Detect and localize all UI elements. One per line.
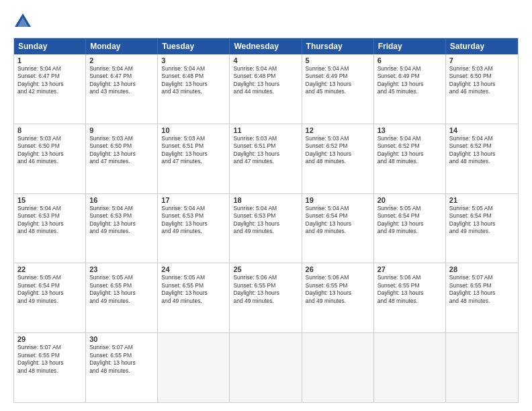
cell-info-line: Sunset: 6:49 PM — [306, 73, 370, 80]
cell-info-line: and 42 minutes. — [17, 88, 82, 95]
header-cell-friday: Friday — [374, 38, 446, 54]
cell-info-line: Sunset: 6:55 PM — [89, 352, 154, 359]
day-number: 27 — [378, 265, 442, 273]
calendar-cell — [374, 333, 446, 402]
cell-info-line: Sunrise: 5:05 AM — [17, 274, 82, 281]
cell-info-line: Daylight: 13 hours — [233, 150, 298, 158]
cell-info-line: Sunset: 6:53 PM — [161, 212, 226, 220]
calendar-cell: 13Sunrise: 5:04 AMSunset: 6:52 PMDayligh… — [374, 124, 446, 193]
cell-info-line: Daylight: 13 hours — [89, 359, 154, 367]
day-number: 8 — [17, 126, 82, 134]
cell-info-line: and 48 minutes. — [17, 228, 82, 235]
cell-info-line: Sunrise: 5:04 AM — [449, 135, 515, 142]
cell-info-line: Daylight: 13 hours — [17, 81, 82, 88]
cell-info-line: Sunrise: 5:06 AM — [378, 274, 442, 281]
calendar-cell: 23Sunrise: 5:05 AMSunset: 6:55 PMDayligh… — [86, 263, 158, 332]
cell-info-line: and 48 minutes. — [449, 158, 515, 165]
cell-info-line: and 49 minutes. — [17, 298, 82, 305]
calendar-cell: 15Sunrise: 5:04 AMSunset: 6:53 PMDayligh… — [14, 194, 86, 263]
calendar-cell: 7Sunrise: 5:03 AMSunset: 6:50 PMDaylight… — [446, 54, 518, 124]
cell-info-line: Daylight: 13 hours — [161, 220, 226, 228]
cell-info-line: Daylight: 13 hours — [17, 150, 82, 158]
cell-info-line: and 49 minutes. — [306, 298, 370, 305]
cell-info-line: and 48 minutes. — [378, 298, 442, 305]
cell-info-line: Sunrise: 5:06 AM — [306, 274, 370, 281]
day-number: 3 — [161, 56, 226, 64]
cell-info-line: Daylight: 13 hours — [378, 220, 442, 228]
cell-info-line: Sunrise: 5:05 AM — [161, 274, 226, 281]
cell-info-line: Daylight: 13 hours — [378, 289, 442, 297]
cell-info-line: Sunrise: 5:03 AM — [89, 135, 154, 142]
calendar-cell: 5Sunrise: 5:04 AMSunset: 6:49 PMDaylight… — [302, 54, 374, 124]
logo — [13, 12, 35, 31]
cell-info-line: and 46 minutes. — [17, 158, 82, 165]
calendar-cell: 20Sunrise: 5:05 AMSunset: 6:54 PMDayligh… — [374, 194, 446, 263]
day-number: 10 — [161, 126, 226, 134]
day-number: 23 — [89, 265, 154, 273]
cell-info-line: Daylight: 13 hours — [89, 81, 154, 88]
cell-info-line: Sunrise: 5:04 AM — [161, 65, 226, 73]
cell-info-line: and 49 minutes. — [233, 298, 298, 305]
cell-info-line: and 48 minutes. — [449, 298, 515, 305]
cell-info-line: and 43 minutes. — [161, 88, 226, 95]
cell-info-line: and 49 minutes. — [161, 228, 226, 235]
cell-info-line: and 49 minutes. — [449, 228, 515, 235]
cell-info-line: Sunset: 6:48 PM — [161, 73, 226, 80]
cell-info-line: Sunset: 6:55 PM — [161, 282, 226, 289]
cell-info-line: Sunset: 6:47 PM — [89, 73, 154, 80]
header-cell-tuesday: Tuesday — [158, 38, 230, 54]
cell-info-line: Sunrise: 5:03 AM — [449, 65, 515, 73]
cell-info-line: Sunset: 6:53 PM — [89, 212, 154, 220]
cell-info-line: Daylight: 13 hours — [89, 220, 154, 228]
cell-info-line: Sunset: 6:55 PM — [233, 282, 298, 289]
day-number: 22 — [17, 265, 82, 273]
cell-info-line: Daylight: 13 hours — [449, 81, 515, 88]
cell-info-line: Sunrise: 5:03 AM — [306, 135, 370, 142]
cell-info-line: and 43 minutes. — [89, 88, 154, 95]
calendar-cell: 3Sunrise: 5:04 AMSunset: 6:48 PMDaylight… — [158, 54, 230, 124]
calendar-cell: 19Sunrise: 5:04 AMSunset: 6:54 PMDayligh… — [302, 194, 374, 263]
cell-info-line: Sunset: 6:55 PM — [449, 282, 515, 289]
cell-info-line: Sunrise: 5:03 AM — [161, 135, 226, 142]
cell-info-line: Sunset: 6:50 PM — [17, 142, 82, 150]
day-number: 4 — [233, 56, 298, 64]
cell-info-line: Sunrise: 5:05 AM — [378, 205, 442, 212]
calendar-cell: 30Sunrise: 5:07 AMSunset: 6:55 PMDayligh… — [86, 333, 158, 402]
cell-info-line: and 47 minutes. — [89, 158, 154, 165]
cell-info-line: Daylight: 13 hours — [306, 220, 370, 228]
cell-info-line: and 45 minutes. — [378, 88, 442, 95]
calendar-header: SundayMondayTuesdayWednesdayThursdayFrid… — [14, 38, 518, 54]
cell-info-line: Daylight: 13 hours — [17, 359, 82, 367]
cell-info-line: Sunset: 6:53 PM — [233, 212, 298, 220]
day-number: 13 — [378, 126, 442, 134]
cell-info-line: Sunset: 6:55 PM — [378, 282, 442, 289]
cell-info-line: Sunrise: 5:07 AM — [449, 274, 515, 281]
cell-info-line: Sunrise: 5:05 AM — [89, 274, 154, 281]
cell-info-line: Sunset: 6:48 PM — [233, 73, 298, 80]
cell-info-line: Sunset: 6:55 PM — [17, 352, 82, 359]
calendar-cell: 6Sunrise: 5:04 AMSunset: 6:49 PMDaylight… — [374, 54, 446, 124]
calendar-cell: 14Sunrise: 5:04 AMSunset: 6:52 PMDayligh… — [446, 124, 518, 193]
day-number: 17 — [161, 196, 226, 204]
cell-info-line: and 44 minutes. — [233, 88, 298, 95]
day-number: 24 — [161, 265, 226, 273]
day-number: 30 — [89, 335, 154, 343]
cell-info-line: and 47 minutes. — [233, 158, 298, 165]
header-cell-thursday: Thursday — [302, 38, 374, 54]
cell-info-line: Daylight: 13 hours — [161, 150, 226, 158]
cell-info-line: Sunrise: 5:04 AM — [233, 205, 298, 212]
calendar-cell: 24Sunrise: 5:05 AMSunset: 6:55 PMDayligh… — [158, 263, 230, 332]
cell-info-line: Daylight: 13 hours — [161, 289, 226, 297]
cell-info-line: and 49 minutes. — [89, 228, 154, 235]
calendar-cell: 29Sunrise: 5:07 AMSunset: 6:55 PMDayligh… — [14, 333, 86, 402]
calendar-page: SundayMondayTuesdayWednesdayThursdayFrid… — [0, 0, 532, 411]
cell-info-line: and 49 minutes. — [378, 228, 442, 235]
cell-info-line: and 47 minutes. — [161, 158, 226, 165]
calendar-cell: 21Sunrise: 5:05 AMSunset: 6:54 PMDayligh… — [446, 194, 518, 263]
cell-info-line: Daylight: 13 hours — [233, 81, 298, 88]
cell-info-line: and 49 minutes. — [306, 228, 370, 235]
header-cell-sunday: Sunday — [14, 38, 86, 54]
calendar-cell: 9Sunrise: 5:03 AMSunset: 6:50 PMDaylight… — [86, 124, 158, 193]
cell-info-line: and 49 minutes. — [89, 298, 154, 305]
day-number: 7 — [449, 56, 515, 64]
